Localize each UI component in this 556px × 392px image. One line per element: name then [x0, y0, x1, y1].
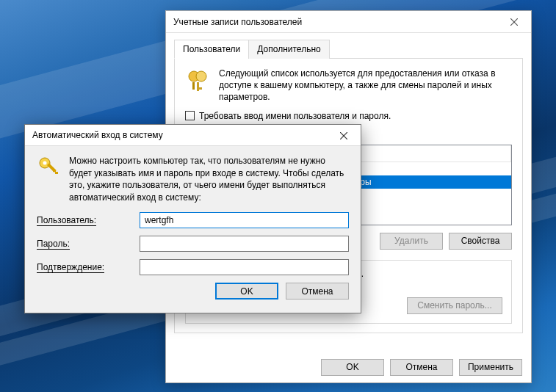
titlebar[interactable]: Автоматический вход в систему [25, 125, 361, 146]
row-confirm: Подтверждение: [37, 259, 349, 275]
svg-rect-5 [199, 87, 202, 90]
close-icon [340, 132, 347, 139]
intro-text: Можно настроить компьютер так, что польз… [69, 155, 349, 203]
window-title: Учетные записи пользователей [173, 17, 302, 27]
ok-button[interactable]: OK [215, 283, 278, 300]
titlebar[interactable]: Учетные записи пользователей [166, 11, 531, 33]
close-icon [510, 18, 518, 26]
confirm-input[interactable] [140, 259, 349, 275]
row-user: Пользователь: [37, 212, 349, 228]
users-keys-icon [185, 68, 212, 94]
intro-text: Следующий список используется для предос… [219, 68, 512, 104]
label-user: Пользователь: [37, 215, 140, 225]
checkbox-label: Требовать ввод имени пользователя и паро… [199, 111, 391, 121]
require-credentials-checkbox[interactable]: Требовать ввод имени пользователя и паро… [185, 111, 512, 121]
label-confirm: Подтверждение: [37, 262, 140, 272]
cancel-button[interactable]: Отмена [390, 359, 453, 376]
user-input[interactable] [140, 212, 349, 228]
cancel-button[interactable]: Отмена [286, 283, 349, 300]
dialog-buttons: OK Отмена Применить [166, 352, 531, 382]
svg-rect-6 [192, 82, 195, 90]
svg-point-3 [196, 71, 206, 81]
window-title: Автоматический вход в систему [32, 130, 163, 140]
change-password-button[interactable]: Сменить пароль... [407, 297, 502, 314]
password-input[interactable] [140, 236, 349, 252]
close-button[interactable] [327, 125, 361, 146]
svg-rect-4 [197, 82, 199, 91]
checkbox-icon [185, 111, 195, 120]
close-button[interactable] [497, 11, 531, 33]
properties-button[interactable]: Свойства [449, 233, 512, 250]
ok-button[interactable]: OK [321, 359, 384, 376]
apply-button[interactable]: Применить [459, 359, 522, 376]
tab-users[interactable]: Пользователи [174, 40, 249, 59]
delete-button[interactable]: Удалить [380, 233, 443, 250]
tabstrip: Пользователи Дополнительно [174, 39, 523, 59]
label-password: Пароль: [37, 239, 140, 249]
key-icon [37, 155, 60, 178]
tab-advanced[interactable]: Дополнительно [248, 40, 329, 59]
svg-rect-16 [55, 172, 58, 174]
svg-point-13 [43, 161, 47, 165]
svg-rect-15 [53, 170, 56, 172]
auto-login-dialog: Автоматический вход в систему Можно наст… [24, 124, 361, 313]
row-password: Пароль: [37, 236, 349, 252]
